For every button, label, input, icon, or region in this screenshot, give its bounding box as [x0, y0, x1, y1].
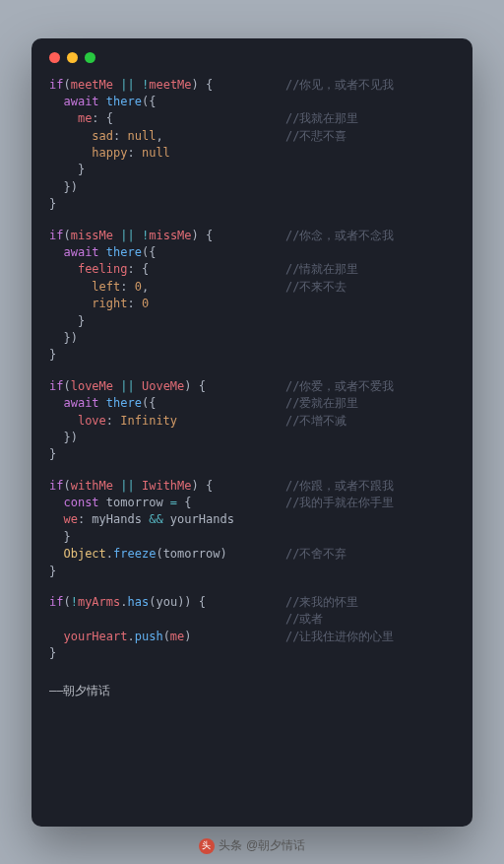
code-tokens: feeling: {	[49, 261, 285, 278]
code-body: if(meetMe || !meetMe) {//你见，或者不见我 await …	[49, 77, 455, 663]
window-traffic-lights	[49, 52, 455, 63]
code-comment: //让我住进你的心里	[285, 629, 394, 645]
code-tokens: yourHeart.push(me)	[49, 629, 285, 645]
code-line: }	[49, 529, 455, 546]
code-tokens: })	[49, 179, 285, 196]
maximize-icon[interactable]	[85, 52, 95, 63]
code-line: const tomorrow = {//我的手就在你手里	[49, 495, 455, 511]
code-tokens	[49, 611, 285, 628]
code-line: if(missMe || !missMe) {//你念，或者不念我	[49, 228, 455, 244]
code-tokens: }	[49, 196, 285, 213]
code-comment: //爱就在那里	[285, 395, 358, 412]
code-tokens: })	[49, 430, 285, 446]
code-line: await there({//爱就在那里	[49, 395, 455, 412]
code-tokens: if(!myArms.has(you)) {	[49, 594, 285, 611]
code-line: we: myHands && yourHands	[49, 511, 455, 528]
code-tokens: })	[49, 330, 285, 347]
code-comment: //不增不减	[285, 413, 346, 430]
code-tokens: if(meetMe || !meetMe) {	[49, 77, 285, 94]
code-line: if(loveMe || UoveMe) {//你爱，或者不爱我	[49, 378, 455, 395]
code-line: left: 0,//不来不去	[49, 279, 455, 296]
code-tokens: }	[49, 529, 285, 546]
code-tokens: if(loveMe || UoveMe) {	[49, 378, 285, 395]
source-logo-icon: 头	[199, 838, 215, 854]
code-tokens: const tomorrow = {	[49, 495, 285, 511]
code-tokens: we: myHands && yourHands	[49, 511, 285, 528]
code-tokens: sad: null,	[49, 128, 285, 145]
code-comment: //情就在那里	[285, 261, 358, 278]
code-line: }	[49, 446, 455, 463]
code-comment: //来我的怀里	[285, 594, 358, 611]
code-comment: //你跟，或者不跟我	[285, 478, 394, 495]
signature: ——朝夕情话	[49, 683, 455, 699]
code-tokens: }	[49, 564, 285, 580]
code-line: feeling: {//情就在那里	[49, 261, 455, 278]
code-comment: //你爱，或者不爱我	[285, 378, 394, 395]
code-comment: //或者	[285, 611, 323, 628]
minimize-icon[interactable]	[67, 52, 78, 63]
code-line: await there({	[49, 244, 455, 261]
code-comment: //不舍不弃	[285, 546, 346, 563]
code-tokens: if(withMe || IwithMe) {	[49, 478, 285, 495]
code-tokens: }	[49, 347, 285, 364]
code-line: if(meetMe || !meetMe) {//你见，或者不见我	[49, 77, 455, 94]
code-window: if(meetMe || !meetMe) {//你见，或者不见我 await …	[32, 38, 472, 827]
code-line: }	[49, 347, 455, 364]
code-line: //或者	[49, 611, 455, 628]
close-icon[interactable]	[49, 52, 60, 63]
code-tokens: me: {	[49, 110, 285, 127]
code-line: }	[49, 196, 455, 213]
code-line: if(withMe || IwithMe) {//你跟，或者不跟我	[49, 478, 455, 495]
code-line: Object.freeze(tomorrow)//不舍不弃	[49, 546, 455, 563]
code-tokens: happy: null	[49, 145, 285, 162]
code-line: right: 0	[49, 296, 455, 312]
code-tokens: await there({	[49, 244, 285, 261]
code-tokens: await there({	[49, 395, 285, 412]
code-line: })	[49, 430, 455, 446]
code-line: }	[49, 564, 455, 580]
code-line: yourHeart.push(me)//让我住进你的心里	[49, 629, 455, 645]
code-line: })	[49, 179, 455, 196]
code-tokens: }	[49, 645, 285, 662]
code-tokens: love: Infinity	[49, 413, 285, 430]
code-comment: //我就在那里	[285, 110, 358, 127]
code-line: await there({	[49, 94, 455, 110]
code-line: if(!myArms.has(you)) {//来我的怀里	[49, 594, 455, 611]
footer-source: 头条	[219, 837, 242, 854]
code-tokens: }	[49, 446, 285, 463]
code-tokens: Object.freeze(tomorrow)	[49, 546, 285, 563]
code-tokens: right: 0	[49, 296, 285, 312]
code-tokens: await there({	[49, 94, 285, 110]
code-tokens: }	[49, 313, 285, 330]
code-line: }	[49, 645, 455, 662]
code-tokens: }	[49, 162, 285, 178]
code-comment: //你念，或者不念我	[285, 228, 394, 244]
code-line: love: Infinity//不增不减	[49, 413, 455, 430]
code-line: }	[49, 162, 455, 178]
code-line: happy: null	[49, 145, 455, 162]
code-line: })	[49, 330, 455, 347]
code-comment: //不来不去	[285, 279, 346, 296]
code-line: sad: null,//不悲不喜	[49, 128, 455, 145]
code-tokens: if(missMe || !missMe) {	[49, 228, 285, 244]
code-line: me: {//我就在那里	[49, 110, 455, 127]
code-line: }	[49, 313, 455, 330]
code-comment: //不悲不喜	[285, 128, 346, 145]
code-tokens: left: 0,	[49, 279, 285, 296]
code-comment: //我的手就在你手里	[285, 495, 394, 511]
page-footer: 头 头条 @朝夕情话	[0, 837, 504, 854]
code-comment: //你见，或者不见我	[285, 77, 394, 94]
footer-author: @朝夕情话	[246, 837, 305, 854]
